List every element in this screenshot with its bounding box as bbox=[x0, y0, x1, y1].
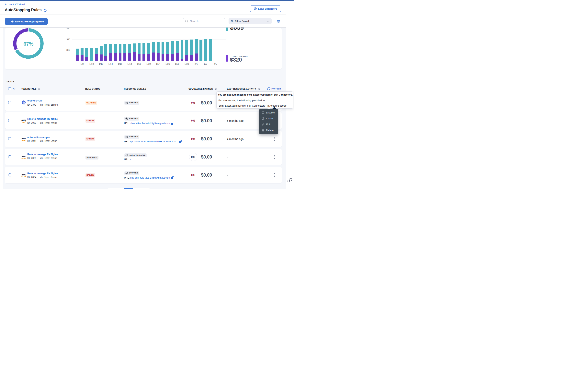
svg-text:aws: aws bbox=[21, 119, 26, 122]
svg-text:aws: aws bbox=[21, 155, 26, 158]
svg-text:aws: aws bbox=[21, 137, 26, 140]
svg-text:aws: aws bbox=[21, 173, 26, 176]
